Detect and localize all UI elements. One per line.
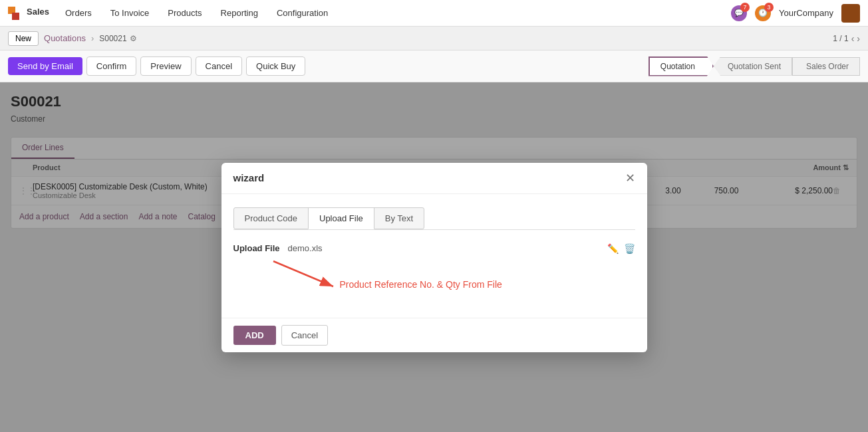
wizard-modal: wizard ✕ Product Code Upload File By Tex… xyxy=(221,163,647,352)
pagination: 1 / 1 ‹ › xyxy=(833,33,860,44)
breadcrumb-current: S00021 ⚙ xyxy=(99,34,136,43)
next-arrow-icon[interactable]: › xyxy=(857,33,860,44)
upload-file-label: Upload File xyxy=(233,243,280,253)
user-avatar[interactable] xyxy=(841,4,860,23)
breadcrumb-parent[interactable]: Quotations xyxy=(44,33,86,43)
tab-by-text[interactable]: By Text xyxy=(374,207,424,229)
edit-file-icon[interactable]: ✏️ xyxy=(607,243,619,254)
nav-right-section: 💬 7 🕐 3 YourCompany xyxy=(731,4,860,23)
modal-footer: ADD Cancel xyxy=(221,318,647,352)
new-button[interactable]: New xyxy=(8,31,39,46)
company-name: YourCompany xyxy=(779,8,833,18)
messages-badge[interactable]: 💬 7 xyxy=(731,5,747,21)
app-name[interactable]: Sales xyxy=(27,7,49,20)
modal-tabs: Product Code Upload File By Text xyxy=(233,207,635,230)
nav-products[interactable]: Products xyxy=(165,8,204,18)
status-quotation[interactable]: Quotation xyxy=(649,56,714,76)
send-by-email-button[interactable]: Send by Email xyxy=(8,57,82,75)
activities-badge[interactable]: 🕐 3 xyxy=(755,5,771,21)
modal-overlay: wizard ✕ Product Code Upload File By Tex… xyxy=(0,82,868,432)
annotation-area: Product Reference No. & Qty From File xyxy=(233,265,635,304)
breadcrumb-bar: New Quotations › S00021 ⚙ 1 / 1 ‹ › xyxy=(0,27,868,51)
nav-orders[interactable]: Orders xyxy=(63,8,94,18)
tab-upload-file[interactable]: Upload File xyxy=(308,207,374,229)
upload-row: Upload File demo.xls ✏️ 🗑️ xyxy=(233,243,635,254)
arrow-svg xyxy=(267,255,400,294)
settings-icon[interactable]: ⚙ xyxy=(130,34,137,43)
app-logo: Sales xyxy=(8,7,49,20)
svg-line-1 xyxy=(273,261,333,286)
top-navigation: Sales Orders To Invoice Products Reporti… xyxy=(0,0,868,27)
delete-file-icon[interactable]: 🗑️ xyxy=(624,243,635,254)
modal-header: wizard ✕ xyxy=(221,163,647,194)
add-button[interactable]: ADD xyxy=(233,326,276,345)
upload-actions: ✏️ 🗑️ xyxy=(607,243,635,254)
quick-buy-button[interactable]: Quick Buy xyxy=(246,56,305,76)
nav-configuration[interactable]: Configuration xyxy=(274,8,331,18)
status-pipeline: Quotation Quotation Sent Sales Order xyxy=(649,56,860,76)
main-content: S00021 Customer Order Lines Product Amou… xyxy=(0,82,868,432)
nav-to-invoice[interactable]: To Invoice xyxy=(108,8,152,18)
modal-close-button[interactable]: ✕ xyxy=(625,172,635,184)
preview-button[interactable]: Preview xyxy=(140,56,191,76)
modal-body: Product Code Upload File By Text Upload … xyxy=(221,194,647,318)
cancel-button[interactable]: Cancel xyxy=(196,56,242,76)
modal-cancel-button[interactable]: Cancel xyxy=(281,325,328,346)
status-sent[interactable]: Quotation Sent xyxy=(714,57,792,76)
nav-reporting[interactable]: Reporting xyxy=(218,8,261,18)
action-bar: Send by Email Confirm Preview Cancel Qui… xyxy=(0,51,868,82)
status-order[interactable]: Sales Order xyxy=(792,57,860,76)
tab-product-code[interactable]: Product Code xyxy=(233,207,309,229)
prev-arrow-icon[interactable]: ‹ xyxy=(851,33,855,44)
breadcrumb-separator: › xyxy=(91,33,94,43)
upload-filename: demo.xls xyxy=(288,243,323,253)
confirm-button[interactable]: Confirm xyxy=(86,56,137,76)
modal-title: wizard xyxy=(233,172,265,183)
